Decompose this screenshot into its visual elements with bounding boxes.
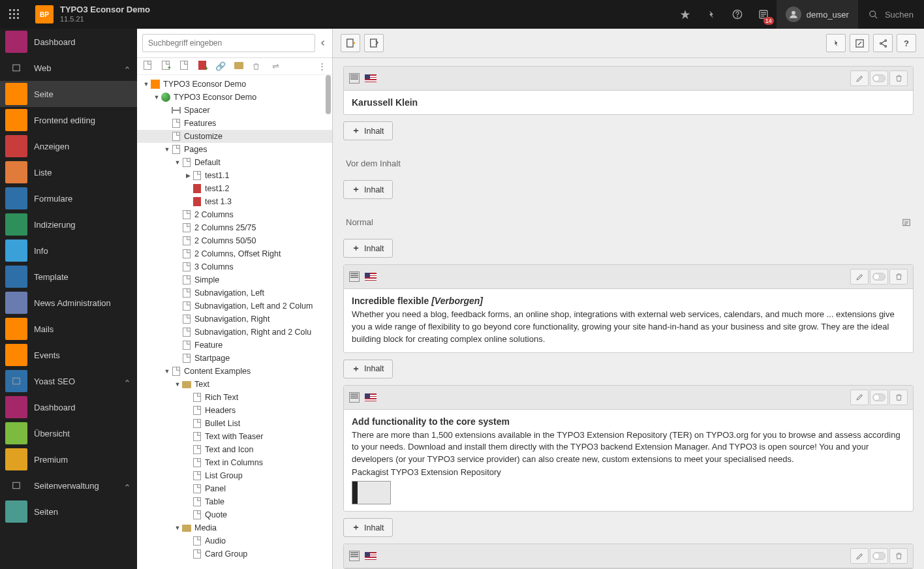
toggle-icon[interactable] [870, 390, 888, 405]
tree-node[interactable]: ▶test1.1 [137, 169, 332, 182]
module-info[interactable]: Info [0, 238, 137, 264]
tree-node[interactable]: Rich Text [137, 391, 332, 404]
tree-node[interactable]: Card Group [137, 547, 332, 561]
add-content-button[interactable]: ＋Inhalt [343, 518, 393, 537]
module-übersicht[interactable]: Übersicht [0, 420, 137, 446]
module-formulare[interactable]: Formulare [0, 185, 137, 211]
content-element[interactable]: Incredible flexible [Verborgen] Whether … [343, 264, 914, 353]
delete-icon[interactable] [889, 269, 908, 284]
share-icon[interactable] [873, 34, 893, 52]
tree-node[interactable]: Feature [137, 339, 332, 352]
tree-node[interactable]: Features [137, 117, 332, 130]
link-icon[interactable]: 🔗 [215, 61, 226, 71]
module-indizierung[interactable]: Indizierung [0, 211, 137, 238]
module-seite[interactable]: Seite [0, 81, 137, 107]
tree-node[interactable]: Customize [137, 130, 332, 143]
section-edit-icon[interactable] [902, 218, 911, 227]
module-seiten[interactable]: Seiten [0, 499, 137, 525]
help-icon[interactable] [724, 0, 750, 29]
delete-icon[interactable] [889, 70, 908, 86]
new-page-icon[interactable] [142, 61, 153, 72]
tree-node[interactable]: Text and Icon [137, 443, 332, 456]
folder-icon[interactable] [234, 61, 244, 71]
user-menu[interactable]: demo_user [777, 0, 858, 29]
new-page-plus-icon[interactable]: + [161, 61, 171, 72]
edit-icon[interactable] [850, 269, 869, 284]
delete-icon[interactable] [889, 548, 908, 564]
trash-icon[interactable] [252, 62, 262, 71]
tree-toggle-icon[interactable]: ▼ [174, 159, 181, 166]
tree-toggle-icon[interactable]: ▼ [153, 94, 161, 100]
module-template[interactable]: Template [0, 264, 137, 290]
tree-node[interactable]: ▼TYPO3 Econsor Demo [137, 78, 332, 91]
new-content-icon[interactable] [364, 34, 384, 52]
notifications-icon[interactable]: 14 [750, 0, 777, 29]
module-liste[interactable]: Liste [0, 159, 137, 185]
tree-node[interactable]: ▼Pages [137, 143, 332, 156]
toggle-icon[interactable] [870, 70, 888, 86]
tree-node[interactable]: Startpage [137, 352, 332, 365]
cache-flush-icon[interactable] [826, 34, 846, 52]
module-premium[interactable]: Premium [0, 446, 137, 472]
tree-toggle-icon[interactable]: ▼ [163, 146, 171, 153]
add-content-button[interactable]: ＋Inhalt [343, 180, 393, 199]
cache-icon[interactable] [698, 0, 724, 29]
tree-node[interactable]: ▼Media [137, 521, 332, 534]
delete-icon[interactable] [889, 390, 908, 405]
tree-node[interactable]: 2 Columns 50/50 [137, 234, 332, 247]
tree-node[interactable]: Subnavigation, Right and 2 Colu [137, 326, 332, 339]
tree-node[interactable]: Subnavigation, Left [137, 286, 332, 300]
more-icon[interactable]: ⋮ [316, 61, 327, 71]
edit-icon[interactable] [850, 390, 869, 405]
edit-icon[interactable] [850, 70, 869, 86]
tree-node[interactable]: Subnavigation, Right [137, 313, 332, 326]
tree-node[interactable]: ▼Content Examples [137, 365, 332, 378]
tree-node[interactable]: test 1.3 [137, 195, 332, 208]
tree-node[interactable]: 2 Columns 25/75 [137, 221, 332, 234]
new-page-red-icon[interactable]: + [197, 61, 208, 72]
module-seitenverwaltung[interactable]: Seitenverwaltung [0, 472, 137, 499]
add-content-button[interactable]: ＋Inhalt [343, 239, 393, 258]
toolbar-help-icon[interactable]: ? [897, 34, 916, 52]
tree-toggle-icon[interactable]: ▶ [184, 172, 192, 179]
module-yoast-seo[interactable]: Yoast SEO [0, 368, 137, 394]
new-record-icon[interactable] [341, 34, 360, 52]
refresh-icon[interactable] [850, 34, 869, 52]
module-web[interactable]: Web [0, 55, 137, 81]
tree-node[interactable]: Audio [137, 534, 332, 547]
edit-icon[interactable] [850, 548, 869, 564]
bookmark-icon[interactable] [672, 0, 698, 29]
toggle-icon[interactable] [870, 548, 888, 564]
tree-node[interactable]: Headers [137, 404, 332, 417]
tree-node[interactable]: ▼Default [137, 156, 332, 169]
tree-node[interactable]: ▼TYPO3 Econsor Demo [137, 91, 332, 104]
new-page-arrow-icon[interactable] [179, 61, 189, 72]
tree-node[interactable]: Text in Columns [137, 456, 332, 469]
tree-node[interactable]: Quote [137, 508, 332, 521]
tree-node[interactable]: test1.2 [137, 182, 332, 195]
tree-node[interactable]: Bullet List [137, 417, 332, 430]
tree-search-input[interactable] [142, 34, 315, 52]
tree-node[interactable]: 3 Columns [137, 260, 332, 273]
content-element[interactable]: Karussell Klein [343, 66, 914, 115]
module-frontend-editing[interactable]: Frontend editing [0, 107, 137, 133]
tree-node[interactable]: Simple [137, 273, 332, 286]
module-events[interactable]: Events [0, 342, 137, 368]
tree-node[interactable]: 2 Columns, Offset Right [137, 247, 332, 260]
app-launcher-icon[interactable] [0, 0, 29, 29]
tree-toggle-icon[interactable]: ▼ [174, 525, 181, 531]
module-mails[interactable]: Mails [0, 316, 137, 342]
content-element[interactable]: Add functionality to the core system The… [343, 385, 914, 512]
divider-icon[interactable]: ⇌ [270, 61, 281, 71]
tree-node[interactable]: Panel [137, 482, 332, 495]
tree-node[interactable]: 2 Columns [137, 208, 332, 221]
module-anzeigen[interactable]: Anzeigen [0, 133, 137, 159]
search-block[interactable]: Suchen [858, 10, 924, 20]
tree-toggle-icon[interactable]: ▼ [142, 81, 150, 87]
tree-node[interactable]: Table [137, 495, 332, 508]
logo[interactable]: BP TYPO3 Econsor Demo 11.5.21 [29, 0, 157, 29]
tree-node[interactable]: List Group [137, 469, 332, 482]
tree-collapse-icon[interactable] [319, 39, 327, 47]
tree-node[interactable]: Spacer [137, 104, 332, 117]
module-news-administration[interactable]: News Administration [0, 290, 137, 316]
